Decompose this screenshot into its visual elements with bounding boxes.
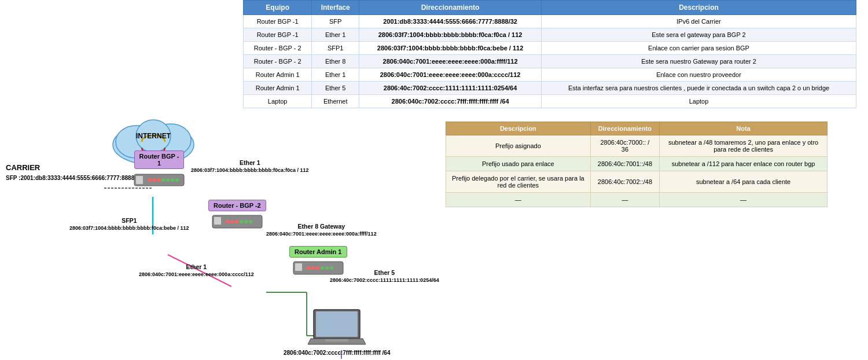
col-equipo: Equipo bbox=[244, 1, 312, 15]
svg-point-27 bbox=[244, 220, 248, 223]
router-bgp2-box: Router - BGP -2 bbox=[208, 200, 266, 230]
svg-rect-40 bbox=[325, 339, 348, 341]
table-cell: Ether 1 bbox=[312, 68, 359, 82]
table-cell: Prefijo asignado bbox=[446, 135, 591, 157]
table-cell: 2806:40c:7001::/48 bbox=[590, 157, 659, 171]
table-cell: Router BGP -1 bbox=[244, 15, 312, 28]
col-direccionamiento: Direccionamiento bbox=[359, 1, 542, 15]
table-cell: Prefijo usado para enlace bbox=[446, 157, 591, 171]
laptop-addr: 2806:040c:7002:cccc:7fff:ffff:ffff:ffff … bbox=[284, 350, 391, 356]
table-cell: Enlace con carrier para sesion BGP bbox=[542, 42, 856, 55]
router-bgp1-icon bbox=[133, 171, 185, 189]
svg-point-17 bbox=[161, 178, 165, 182]
table-cell: 2806:040c:7001:eeee:eeee:eeee:000a:ffff/… bbox=[359, 55, 542, 68]
network-diagram: INTERNET CARRIER SFP :2001:db8:3333:4444… bbox=[0, 81, 446, 359]
table-cell: Este sera nuestro Gateway para router 2 bbox=[542, 55, 856, 68]
col-interface: Interface bbox=[312, 1, 359, 15]
svg-point-16 bbox=[157, 178, 160, 182]
second-table: Descripcion Direccionamiento Nota Prefij… bbox=[446, 122, 827, 207]
router-admin1-label: Router Admin 1 bbox=[289, 246, 347, 258]
col2-nota: Nota bbox=[660, 122, 827, 135]
svg-point-35 bbox=[325, 266, 329, 270]
sfp1-label: SFP1 2806:03f7:1004:bbbb:bbbb:bbbb:f0ca:… bbox=[69, 217, 189, 231]
table-cell: Router - BGP - 2 bbox=[244, 55, 312, 68]
table-cell: — bbox=[590, 193, 659, 207]
carrier-sfp: SFP :2001:db8:3333:4444:5555:6666:7777:8… bbox=[6, 174, 142, 182]
svg-point-20 bbox=[175, 178, 179, 182]
table-cell: IPv6 del Carrier bbox=[542, 15, 856, 28]
col2-descripcion: Descripcion bbox=[446, 122, 591, 135]
table-cell: subnetear a /48 tomaremos 2, uno para en… bbox=[660, 135, 827, 157]
svg-point-28 bbox=[249, 220, 252, 223]
svg-point-14 bbox=[148, 178, 151, 182]
table-row: Router BGP -1Ether 12806:03f7:1004:bbbb:… bbox=[244, 28, 856, 42]
svg-point-26 bbox=[240, 220, 243, 223]
svg-point-23 bbox=[226, 220, 229, 223]
table-cell: subnetear a /64 para cada cliente bbox=[660, 171, 827, 193]
svg-point-32 bbox=[311, 266, 315, 270]
col2-direccionamiento: Direccionamiento bbox=[590, 122, 659, 135]
laptop-area: 2806:040c:7002:cccc:7fff:ffff:ffff:ffff … bbox=[284, 307, 391, 356]
table-row: Router BGP -1SFP2001:db8:3333:4444:5555:… bbox=[244, 15, 856, 28]
table-row: Router - BGP - 2Ether 82806:040c:7001:ee… bbox=[244, 55, 856, 68]
ether5-label: Ether 5 2806:40c:7002:cccc:1111:1111:111… bbox=[330, 269, 439, 283]
table-row: Router - BGP - 2SFP12806:03f7:1004:bbbb:… bbox=[244, 42, 856, 55]
carrier-area: CARRIER SFP :2001:db8:3333:4444:5555:666… bbox=[6, 162, 142, 182]
carrier-label: CARRIER bbox=[6, 162, 142, 174]
svg-point-34 bbox=[321, 266, 324, 270]
table-cell: subnetear a /112 para hacer enlace con r… bbox=[660, 157, 827, 171]
svg-point-33 bbox=[316, 266, 319, 270]
table-cell: SFP1 bbox=[312, 42, 359, 55]
table-row: Prefijo asignado2806:40c:7000:: / 36subn… bbox=[446, 135, 827, 157]
svg-rect-13 bbox=[136, 176, 143, 184]
ether1-admin-label: Ether 1 2806:040c:7001:eeee:eeee:eeee:00… bbox=[139, 263, 254, 277]
svg-point-19 bbox=[171, 178, 174, 182]
table-cell: Router - BGP - 2 bbox=[244, 42, 312, 55]
table-cell: — bbox=[446, 193, 591, 207]
table-cell: Enlace con nuestro proveedor bbox=[542, 68, 856, 82]
table-cell: — bbox=[660, 193, 827, 207]
svg-point-15 bbox=[152, 178, 156, 182]
table-cell: Ether 1 bbox=[312, 28, 359, 42]
svg-rect-22 bbox=[214, 217, 221, 225]
table-cell: 2806:03f7:1004:bbbb:bbbb:bbbb:f0ca:bebe … bbox=[359, 42, 542, 55]
table-cell: 2806:03f7:1004:bbbb:bbbb:bbbb:f0ca:f0ca … bbox=[359, 28, 542, 42]
router-bgp1-label: Router BGP -1 bbox=[134, 150, 185, 169]
table-cell: Laptop bbox=[542, 95, 856, 108]
table-cell: 2806:40c:7000:: / 36 bbox=[590, 135, 659, 157]
table-cell: Este sera el gateway para BGP 2 bbox=[542, 28, 856, 42]
table-row: Router Admin 1Ether 12806:040c:7001:eeee… bbox=[244, 68, 856, 82]
ether8-label: Ether 8 Gateway 2806:040c:7001:eeee:eeee… bbox=[266, 223, 377, 237]
table-cell: Ether 8 bbox=[312, 55, 359, 68]
svg-rect-38 bbox=[316, 311, 358, 337]
internet-label: INTERNET bbox=[107, 132, 200, 140]
router-bgp2-label: Router - BGP -2 bbox=[208, 200, 266, 211]
router-bgp1-box: Router BGP -1 bbox=[133, 150, 185, 189]
table-cell: 2001:db8:3333:4444:5555:6666:7777:8888/3… bbox=[359, 15, 542, 28]
svg-point-18 bbox=[166, 178, 170, 182]
table-cell: Prefijo delegado por el carrier, se usar… bbox=[446, 171, 591, 193]
table-cell: Router Admin 1 bbox=[244, 68, 312, 82]
table-row: Prefijo usado para enlace2806:40c:7001::… bbox=[446, 157, 827, 171]
table-row: ——— bbox=[446, 193, 827, 207]
table-cell: 2806:40c:7002::/48 bbox=[590, 171, 659, 193]
table-cell: Esta interfaz sera para nuestros cliente… bbox=[542, 82, 856, 95]
table-cell: 2806:040c:7001:eeee:eeee:eeee:000a:cccc/… bbox=[359, 68, 542, 82]
svg-point-24 bbox=[230, 220, 234, 223]
table-cell: Router BGP -1 bbox=[244, 28, 312, 42]
table-row: Prefijo delegado por el carrier, se usar… bbox=[446, 171, 827, 193]
svg-point-31 bbox=[307, 266, 310, 270]
table-cell: SFP bbox=[312, 15, 359, 28]
col-descripcion: Descripcion bbox=[542, 1, 856, 15]
router-bgp2-icon bbox=[211, 214, 263, 230]
ether1-bgp1-label: Ether 1 2806:03f7:1004:bbbb:bbbb:bbbb:f0… bbox=[191, 159, 309, 173]
svg-rect-30 bbox=[295, 263, 302, 271]
laptop-icon bbox=[308, 307, 366, 347]
svg-point-25 bbox=[235, 220, 238, 223]
